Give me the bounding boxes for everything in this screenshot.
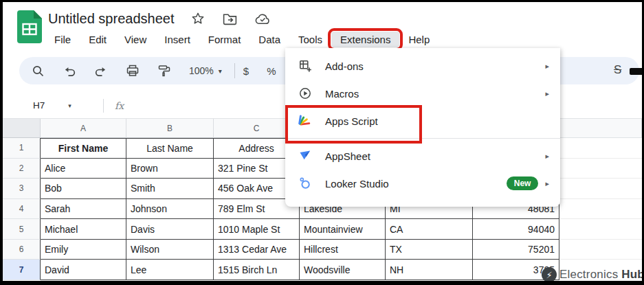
electronics-hub-logo-icon: ⚡ <box>542 267 557 281</box>
select-all-corner[interactable] <box>3 119 41 138</box>
column-header-b[interactable]: B <box>126 119 214 138</box>
cell-E6[interactable]: TX <box>386 240 473 260</box>
cell-A6[interactable]: Emily <box>41 240 126 260</box>
redo-icon[interactable] <box>94 65 108 77</box>
watermark-text: Electronics Hub <box>559 268 642 281</box>
document-title[interactable]: Untitled spreadsheet <box>48 11 174 27</box>
toolbar-divider <box>234 63 235 78</box>
print-icon[interactable] <box>126 64 140 78</box>
name-box[interactable]: H7 ▾ <box>3 100 99 111</box>
formula-divider <box>103 99 104 113</box>
text-color-icon[interactable] <box>630 68 642 75</box>
cell-F6[interactable]: 75201 <box>473 240 559 260</box>
menu-item-edit[interactable]: Edit <box>80 32 115 47</box>
chevron-down-icon: ▾ <box>219 67 222 75</box>
move-folder-icon[interactable] <box>222 12 238 25</box>
menu-item-data[interactable]: Data <box>249 32 289 47</box>
screenshot-frame: Untitled spreadsheet FileEditViewInsertF… <box>0 0 644 285</box>
format-percent-button[interactable]: % <box>267 65 276 77</box>
extensions-dropdown-menu: Add-ons▸Macros▸Apps ScriptAppSheet▸Looke… <box>285 48 560 207</box>
extensions-menu-item-add-ons[interactable]: Add-ons▸ <box>285 52 560 80</box>
title-row: Untitled spreadsheet <box>48 9 271 28</box>
menu-item-extensions[interactable]: Extensions <box>331 32 399 47</box>
cell-D6[interactable]: Hillcrest <box>300 240 386 260</box>
cell-empty[interactable] <box>559 199 642 220</box>
search-icon[interactable] <box>32 65 45 78</box>
zoom-value: 100% <box>189 65 214 76</box>
cell-B5[interactable]: Davis <box>126 219 214 240</box>
active-cell-ref: H7 <box>33 100 45 111</box>
macros-icon <box>298 87 313 100</box>
menu-item-label: AppSheet <box>325 150 545 162</box>
cell-A3[interactable]: Bob <box>41 179 126 199</box>
submenu-arrow-icon: ▸ <box>545 179 549 188</box>
cell-C7[interactable]: 1515 Birch Ln <box>214 260 300 280</box>
cell-B4[interactable]: Johnson <box>126 199 214 220</box>
extensions-menu-item-macros[interactable]: Macros▸ <box>285 80 560 107</box>
cell-A7[interactable]: David <box>41 260 126 280</box>
cell-C6[interactable]: 1313 Cedar Ave <box>214 240 300 260</box>
menu-item-format[interactable]: Format <box>199 32 250 47</box>
submenu-arrow-icon: ▸ <box>545 89 549 98</box>
appsheet-icon <box>298 149 313 163</box>
cell-empty[interactable] <box>559 240 642 260</box>
menu-item-tools[interactable]: Tools <box>289 32 331 47</box>
cell-E7[interactable]: NH <box>386 260 473 280</box>
cloud-saved-icon[interactable] <box>254 12 271 25</box>
cell-A2[interactable]: Alice <box>41 159 126 179</box>
add-ons-icon <box>298 59 313 73</box>
extensions-menu-item-looker-studio[interactable]: Looker StudioNew▸ <box>285 170 560 197</box>
chevron-down-icon: ▾ <box>68 102 71 109</box>
google-sheets-logo-icon[interactable] <box>17 10 42 43</box>
cell-A4[interactable]: Sarah <box>41 199 126 220</box>
cell-B2[interactable]: Brown <box>126 159 214 179</box>
cell-D7[interactable]: Woodsville <box>300 260 386 280</box>
new-badge: New <box>507 176 539 190</box>
google-sheets-window: Untitled spreadsheet FileEditViewInsertF… <box>3 2 642 281</box>
undo-icon[interactable] <box>63 65 76 77</box>
menu-item-file[interactable]: File <box>45 32 80 47</box>
cell-empty[interactable] <box>559 159 642 179</box>
row-header-1[interactable]: 1 <box>3 138 41 159</box>
submenu-arrow-icon: ▸ <box>545 62 549 71</box>
cell-empty[interactable] <box>559 219 642 240</box>
column-header-empty[interactable] <box>559 119 642 138</box>
cell-B3[interactable]: Smith <box>126 179 214 199</box>
menu-item-label: Add-ons <box>325 60 545 72</box>
looker-studio-icon <box>298 176 313 190</box>
cell-C5[interactable]: 1010 Maple St <box>214 219 300 240</box>
menu-item-view[interactable]: View <box>115 32 155 47</box>
cell-F5[interactable]: 94040 <box>473 219 559 240</box>
zoom-select[interactable]: 100% ▾ <box>189 65 222 76</box>
extensions-menu-item-apps-script[interactable]: Apps Script <box>285 107 560 135</box>
cell-B7[interactable]: Lee <box>126 260 214 280</box>
fx-icon[interactable]: fx <box>115 100 124 111</box>
cell-B1[interactable]: Last Name <box>126 138 214 159</box>
cell-D5[interactable]: Mountainview <box>300 219 386 240</box>
menubar: FileEditViewInsertFormatDataToolsExtensi… <box>45 30 438 49</box>
paint-format-icon[interactable] <box>157 64 171 78</box>
cell-A1[interactable]: First Name <box>41 138 126 159</box>
format-currency-button[interactable]: $ <box>243 65 249 77</box>
cell-A5[interactable]: Michael <box>41 219 126 240</box>
row-header-7[interactable]: 7 <box>3 260 41 280</box>
star-icon[interactable] <box>190 11 206 26</box>
row-header-6[interactable]: 6 <box>3 240 41 260</box>
menu-item-label: Apps Script <box>325 115 549 127</box>
apps-script-icon <box>298 114 313 128</box>
row-header-4[interactable]: 4 <box>3 199 41 220</box>
column-header-a[interactable]: A <box>41 119 126 138</box>
cell-E5[interactable]: CA <box>386 219 473 240</box>
cell-B6[interactable]: Wilson <box>126 240 214 260</box>
row-header-3[interactable]: 3 <box>3 179 41 199</box>
menu-item-help[interactable]: Help <box>399 32 438 47</box>
cell-empty[interactable] <box>559 138 642 159</box>
menu-item-insert[interactable]: Insert <box>155 32 199 47</box>
strikethrough-icon[interactable]: S <box>614 63 621 77</box>
row-header-2[interactable]: 2 <box>3 159 41 179</box>
watermark: ⚡ Electronics Hub <box>542 267 642 281</box>
row-header-5[interactable]: 5 <box>3 219 41 240</box>
cell-empty[interactable] <box>559 179 642 199</box>
extensions-menu-item-appsheet[interactable]: AppSheet▸ <box>285 142 560 170</box>
submenu-arrow-icon: ▸ <box>545 152 549 161</box>
